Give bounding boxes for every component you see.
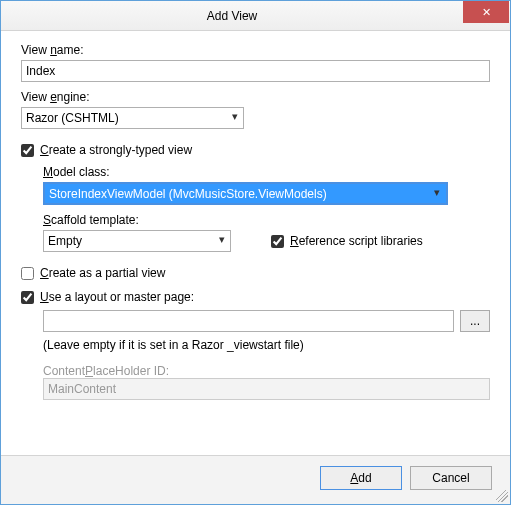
reference-scripts-checkbox[interactable] (271, 235, 284, 248)
layout-hint: (Leave empty if it is set in a Razor _vi… (43, 338, 490, 352)
add-button[interactable]: Add (320, 466, 402, 490)
close-button[interactable]: ✕ (463, 1, 509, 23)
resize-grip[interactable] (496, 490, 508, 502)
close-icon: ✕ (482, 6, 491, 19)
strongly-typed-label: Create a strongly-typed view (40, 143, 192, 157)
view-engine-label: View engine: (21, 90, 490, 104)
use-layout-checkbox[interactable] (21, 291, 34, 304)
cph-id-label: ContentPlaceHolder ID: (43, 364, 490, 378)
scaffold-template-label: Scaffold template: (43, 213, 490, 227)
use-layout-row: Use a layout or master page: (21, 290, 490, 304)
strongly-typed-row: Create a strongly-typed view (21, 143, 490, 157)
cph-id-input (43, 378, 490, 400)
view-engine-select[interactable]: Razor (CSHTML) (21, 107, 244, 129)
view-name-label: View name: (21, 43, 490, 57)
use-layout-label: Use a layout or master page: (40, 290, 194, 304)
browse-layout-button[interactable]: ... (460, 310, 490, 332)
window-title: Add View (1, 9, 463, 23)
titlebar: Add View ✕ (1, 1, 510, 31)
model-class-select[interactable]: StoreIndexViewModel (MvcMusicStore.ViewM… (43, 182, 448, 205)
reference-scripts-label: Reference script libraries (290, 234, 423, 248)
layout-path-input[interactable] (43, 310, 454, 332)
dialog-footer: Add Cancel (1, 455, 510, 504)
dialog-content: View name: View engine: Razor (CSHTML) C… (1, 31, 510, 455)
cancel-button[interactable]: Cancel (410, 466, 492, 490)
partial-view-checkbox[interactable] (21, 267, 34, 280)
model-class-label: Model class: (43, 165, 490, 179)
partial-view-label: Create as a partial view (40, 266, 165, 280)
view-name-input[interactable] (21, 60, 490, 82)
strongly-typed-checkbox[interactable] (21, 144, 34, 157)
scaffold-template-select[interactable]: Empty (43, 230, 231, 252)
partial-view-row: Create as a partial view (21, 266, 490, 280)
